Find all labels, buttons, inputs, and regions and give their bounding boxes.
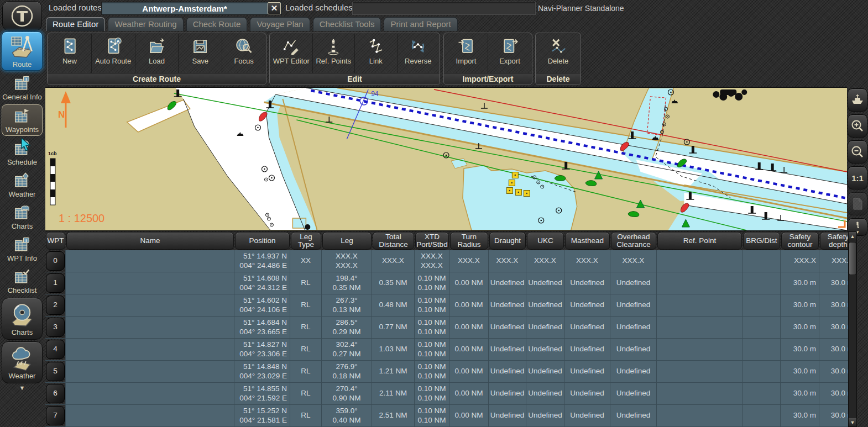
- cell-position[interactable]: 51° 14.608 N004° 24.312 E: [234, 272, 290, 294]
- column-header-name[interactable]: Name: [66, 232, 234, 250]
- cell-name[interactable]: [66, 383, 234, 405]
- cell-overhead[interactable]: Undefined: [610, 317, 657, 339]
- cell-ref[interactable]: [657, 339, 742, 361]
- wpt-number[interactable]: 4: [46, 340, 65, 359]
- cell-xtd[interactable]: 0.10 NM0.10 NM: [415, 405, 449, 427]
- scroll-thumb[interactable]: [849, 242, 856, 275]
- column-header-leg_type[interactable]: Leg Type: [291, 232, 321, 250]
- tab-weather-routing[interactable]: Weather Routing: [108, 17, 183, 31]
- cell-total[interactable]: 2.51 NM: [372, 405, 415, 427]
- tab-checklist-tools[interactable]: Checklist Tools: [313, 17, 381, 31]
- sidebar-item-weather-panel[interactable]: Weather: [2, 341, 43, 383]
- cell-position[interactable]: 51° 14.848 N004° 23.029 E: [234, 361, 290, 383]
- cell-wpt[interactable]: 5: [45, 361, 66, 383]
- column-header-masthead[interactable]: Masthead: [565, 232, 610, 250]
- cell-xtd[interactable]: 0.10 NM0.10 NM: [415, 361, 449, 383]
- column-header-wpt[interactable]: WPT: [46, 232, 65, 250]
- import-button[interactable]: Import: [445, 34, 488, 73]
- cell-turn[interactable]: 0.00 NM: [449, 383, 489, 405]
- sidebar-item-route[interactable]: Route: [2, 31, 43, 71]
- table-scrollbar[interactable]: ▲ ▼: [848, 231, 857, 427]
- cell-leg[interactable]: 302.4°0.27 NM: [322, 339, 372, 361]
- cell-ref[interactable]: [657, 405, 742, 427]
- cell-leg_type[interactable]: RL: [290, 405, 322, 427]
- column-header-overhead[interactable]: Overhead Clearance: [611, 232, 656, 250]
- cell-total[interactable]: XXX.X: [372, 250, 415, 272]
- cell-total[interactable]: 0.48 NM: [372, 294, 415, 317]
- cell-turn[interactable]: XXX.X: [449, 250, 489, 272]
- cell-xtd[interactable]: 0.10 NM0.10 NM: [415, 317, 449, 339]
- cell-contour[interactable]: 30.0 m: [781, 272, 819, 294]
- cell-name[interactable]: [66, 250, 234, 272]
- cell-draught[interactable]: Undefined: [489, 317, 526, 339]
- cell-draught[interactable]: Undefined: [489, 272, 526, 294]
- reverse-button[interactable]: Reverse: [398, 34, 440, 73]
- cell-name[interactable]: [66, 405, 234, 427]
- wpt-number[interactable]: 1: [46, 273, 65, 293]
- cell-leg[interactable]: 198.4°0.35 NM: [322, 272, 372, 294]
- cell-leg[interactable]: XXX.XXXX.X: [322, 250, 372, 272]
- zoom-out-button[interactable]: [848, 140, 867, 164]
- cell-masthead[interactable]: Undefined: [564, 294, 610, 317]
- column-header-position[interactable]: Position: [235, 232, 290, 250]
- cell-contour[interactable]: 30.0 m: [781, 405, 819, 427]
- wpt-number[interactable]: 3: [46, 318, 65, 337]
- cell-xtd[interactable]: 0.10 NM0.10 NM: [415, 339, 449, 361]
- cell-ref[interactable]: [657, 294, 742, 317]
- column-header-brg[interactable]: BRG/Dist: [743, 232, 780, 250]
- cell-ref[interactable]: [657, 250, 742, 272]
- cell-wpt[interactable]: 4: [45, 339, 66, 361]
- cell-xtd[interactable]: XXX.XXXX.X: [415, 250, 449, 272]
- cell-turn[interactable]: 0.00 NM: [449, 339, 489, 361]
- cell-xtd[interactable]: 0.10 NM0.10 NM: [415, 272, 449, 294]
- wpt-number[interactable]: 2: [46, 296, 65, 315]
- cell-masthead[interactable]: Undefined: [564, 272, 610, 294]
- link-button[interactable]: Link: [355, 34, 398, 73]
- cell-overhead[interactable]: XXX.X: [610, 250, 657, 272]
- focus-button[interactable]: Focus: [222, 34, 265, 73]
- cell-ref[interactable]: [657, 361, 742, 383]
- loaded-routes-field[interactable]: Antwerp-Amsterdam* ✕: [101, 2, 282, 15]
- tab-voyage-plan[interactable]: Voyage Plan: [250, 17, 310, 31]
- cell-wpt[interactable]: 1: [45, 272, 66, 294]
- cell-draught[interactable]: XXX.X: [489, 250, 526, 272]
- cell-turn[interactable]: 0.00 NM: [449, 361, 489, 383]
- cell-leg[interactable]: 359.0°0.40 NM: [322, 405, 372, 427]
- cell-leg_type[interactable]: RL: [290, 317, 322, 339]
- tab-check-route[interactable]: Check Route: [186, 17, 248, 31]
- cell-xtd[interactable]: 0.10 NM0.10 NM: [415, 383, 449, 405]
- cell-draught[interactable]: Undefined: [489, 361, 526, 383]
- cell-leg[interactable]: 270.4°0.90 NM: [322, 383, 372, 405]
- cell-ukc[interactable]: Undefined: [526, 339, 564, 361]
- cell-masthead[interactable]: Undefined: [564, 383, 610, 405]
- cell-leg_type[interactable]: RL: [290, 294, 322, 317]
- cell-position[interactable]: 51° 15.252 N004° 21.581 E: [234, 405, 290, 427]
- wpt-number[interactable]: 0: [46, 251, 65, 271]
- cell-draught[interactable]: Undefined: [489, 383, 526, 405]
- sidebar-item-general-info[interactable]: iGeneral Info: [2, 72, 43, 103]
- cell-contour[interactable]: 30.0 m: [781, 339, 819, 361]
- new-button[interactable]: New: [48, 34, 92, 73]
- cell-position[interactable]: 51° 14.827 N004° 23.306 E: [234, 339, 290, 361]
- cell-ukc[interactable]: Undefined: [526, 405, 564, 427]
- cell-brg[interactable]: [742, 250, 781, 272]
- column-header-ref[interactable]: Ref. Point: [657, 232, 742, 250]
- cell-turn[interactable]: 0.00 NM: [449, 405, 489, 427]
- cell-ukc[interactable]: Undefined: [526, 294, 564, 317]
- cell-leg[interactable]: 286.5°0.29 NM: [322, 317, 372, 339]
- close-route-button[interactable]: ✕: [268, 2, 281, 14]
- wpt-number[interactable]: 7: [46, 406, 65, 425]
- cell-ukc[interactable]: XXX.X: [526, 250, 564, 272]
- cell-xtd[interactable]: 0.10 NM0.10 NM: [415, 294, 449, 317]
- cell-overhead[interactable]: Undefined: [610, 294, 657, 317]
- cell-brg[interactable]: [742, 272, 781, 294]
- cell-leg_type[interactable]: XX: [290, 250, 322, 272]
- cell-wpt[interactable]: 3: [45, 317, 66, 339]
- tab-print-and-report[interactable]: Print and Report: [384, 17, 457, 31]
- cell-draught[interactable]: Undefined: [489, 405, 526, 427]
- cell-total[interactable]: 1.03 NM: [372, 339, 415, 361]
- column-header-turn[interactable]: Turn Radius: [450, 232, 488, 250]
- cell-contour[interactable]: 30.0 m: [781, 294, 819, 317]
- sidebar-more-chevron-icon[interactable]: ▼: [19, 385, 25, 391]
- column-header-xtd[interactable]: XTD Port/Stbd: [415, 232, 449, 250]
